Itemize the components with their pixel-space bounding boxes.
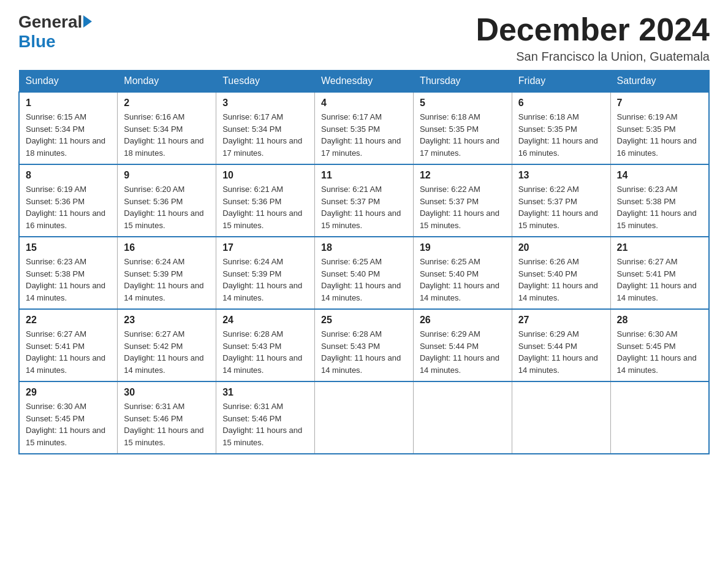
calendar-cell: 5 Sunrise: 6:18 AMSunset: 5:35 PMDayligh… (413, 92, 512, 164)
weekday-header-saturday: Saturday (610, 71, 709, 93)
calendar-table: SundayMondayTuesdayWednesdayThursdayFrid… (18, 70, 710, 454)
day-number: 28 (617, 315, 702, 326)
calendar-cell: 9 Sunrise: 6:20 AMSunset: 5:36 PMDayligh… (118, 164, 216, 237)
day-number: 25 (321, 315, 407, 326)
calendar-cell: 26 Sunrise: 6:29 AMSunset: 5:44 PMDaylig… (413, 309, 512, 381)
day-info: Sunrise: 6:21 AMSunset: 5:36 PMDaylight:… (222, 185, 302, 230)
calendar-cell: 2 Sunrise: 6:16 AMSunset: 5:34 PMDayligh… (118, 92, 216, 164)
day-info: Sunrise: 6:30 AMSunset: 5:45 PMDaylight:… (26, 402, 105, 447)
day-number: 8 (26, 170, 111, 181)
location-title: San Francisco la Union, Guatemala (476, 50, 710, 64)
calendar-cell: 31 Sunrise: 6:31 AMSunset: 5:46 PMDaylig… (216, 381, 315, 454)
calendar-cell: 1 Sunrise: 6:15 AMSunset: 5:34 PMDayligh… (19, 92, 118, 164)
day-info: Sunrise: 6:29 AMSunset: 5:44 PMDaylight:… (420, 329, 499, 375)
day-number: 20 (518, 242, 604, 253)
day-info: Sunrise: 6:25 AMSunset: 5:40 PMDaylight:… (321, 257, 401, 302)
calendar-cell: 15 Sunrise: 6:23 AMSunset: 5:38 PMDaylig… (19, 237, 118, 309)
day-info: Sunrise: 6:25 AMSunset: 5:40 PMDaylight:… (420, 257, 499, 302)
calendar-cell: 13 Sunrise: 6:22 AMSunset: 5:37 PMDaylig… (512, 164, 610, 237)
calendar-cell: 7 Sunrise: 6:19 AMSunset: 5:35 PMDayligh… (610, 92, 709, 164)
calendar-cell: 28 Sunrise: 6:30 AMSunset: 5:45 PMDaylig… (610, 309, 709, 381)
calendar-week-row: 29 Sunrise: 6:30 AMSunset: 5:45 PMDaylig… (19, 381, 709, 454)
day-info: Sunrise: 6:28 AMSunset: 5:43 PMDaylight:… (222, 329, 302, 375)
day-number: 12 (420, 170, 506, 181)
calendar-cell: 29 Sunrise: 6:30 AMSunset: 5:45 PMDaylig… (19, 381, 118, 454)
calendar-cell: 30 Sunrise: 6:31 AMSunset: 5:46 PMDaylig… (118, 381, 216, 454)
day-info: Sunrise: 6:23 AMSunset: 5:38 PMDaylight:… (617, 185, 697, 230)
calendar-cell (315, 381, 414, 454)
day-number: 4 (321, 98, 407, 109)
day-number: 13 (518, 170, 604, 181)
day-number: 1 (26, 98, 111, 109)
month-title: December 2024 (476, 12, 710, 47)
calendar-week-row: 8 Sunrise: 6:19 AMSunset: 5:36 PMDayligh… (19, 164, 709, 237)
day-number: 21 (617, 242, 702, 253)
calendar-cell: 20 Sunrise: 6:26 AMSunset: 5:40 PMDaylig… (512, 237, 610, 309)
day-info: Sunrise: 6:29 AMSunset: 5:44 PMDaylight:… (518, 329, 598, 375)
day-info: Sunrise: 6:18 AMSunset: 5:35 PMDaylight:… (518, 112, 598, 158)
day-info: Sunrise: 6:27 AMSunset: 5:42 PMDaylight:… (124, 329, 203, 375)
logo-general: General (18, 12, 82, 32)
day-info: Sunrise: 6:15 AMSunset: 5:34 PMDaylight:… (26, 112, 105, 158)
calendar-cell: 8 Sunrise: 6:19 AMSunset: 5:36 PMDayligh… (19, 164, 118, 237)
calendar-cell: 16 Sunrise: 6:24 AMSunset: 5:39 PMDaylig… (118, 237, 216, 309)
calendar-cell: 18 Sunrise: 6:25 AMSunset: 5:40 PMDaylig… (315, 237, 414, 309)
calendar-week-row: 22 Sunrise: 6:27 AMSunset: 5:41 PMDaylig… (19, 309, 709, 381)
day-info: Sunrise: 6:22 AMSunset: 5:37 PMDaylight:… (420, 185, 499, 230)
day-number: 29 (26, 387, 111, 398)
calendar-cell: 17 Sunrise: 6:24 AMSunset: 5:39 PMDaylig… (216, 237, 315, 309)
weekday-header-friday: Friday (512, 71, 610, 93)
calendar-cell: 10 Sunrise: 6:21 AMSunset: 5:36 PMDaylig… (216, 164, 315, 237)
calendar-cell: 6 Sunrise: 6:18 AMSunset: 5:35 PMDayligh… (512, 92, 610, 164)
calendar-week-row: 1 Sunrise: 6:15 AMSunset: 5:34 PMDayligh… (19, 92, 709, 164)
day-info: Sunrise: 6:30 AMSunset: 5:45 PMDaylight:… (617, 329, 697, 375)
weekday-header-wednesday: Wednesday (315, 71, 414, 93)
day-info: Sunrise: 6:31 AMSunset: 5:46 PMDaylight:… (222, 402, 302, 447)
calendar-cell: 11 Sunrise: 6:21 AMSunset: 5:37 PMDaylig… (315, 164, 414, 237)
calendar-cell: 4 Sunrise: 6:17 AMSunset: 5:35 PMDayligh… (315, 92, 414, 164)
day-number: 26 (420, 315, 506, 326)
day-number: 18 (321, 242, 407, 253)
day-number: 14 (617, 170, 702, 181)
day-number: 11 (321, 170, 407, 181)
day-info: Sunrise: 6:19 AMSunset: 5:35 PMDaylight:… (617, 112, 697, 158)
page-header: General Blue December 2024 San Francisco… (18, 12, 710, 64)
weekday-header-row: SundayMondayTuesdayWednesdayThursdayFrid… (19, 71, 709, 93)
day-info: Sunrise: 6:26 AMSunset: 5:40 PMDaylight:… (518, 257, 598, 302)
day-info: Sunrise: 6:28 AMSunset: 5:43 PMDaylight:… (321, 329, 401, 375)
day-info: Sunrise: 6:19 AMSunset: 5:36 PMDaylight:… (26, 185, 105, 230)
day-number: 24 (222, 315, 308, 326)
day-info: Sunrise: 6:22 AMSunset: 5:37 PMDaylight:… (518, 185, 598, 230)
calendar-cell: 12 Sunrise: 6:22 AMSunset: 5:37 PMDaylig… (413, 164, 512, 237)
day-number: 3 (222, 98, 308, 109)
day-info: Sunrise: 6:24 AMSunset: 5:39 PMDaylight:… (124, 257, 203, 302)
weekday-header-monday: Monday (118, 71, 216, 93)
day-number: 23 (124, 315, 210, 326)
title-section: December 2024 San Francisco la Union, Gu… (476, 12, 710, 64)
day-info: Sunrise: 6:16 AMSunset: 5:34 PMDaylight:… (124, 112, 203, 158)
day-number: 19 (420, 242, 506, 253)
day-number: 7 (617, 98, 702, 109)
day-number: 9 (124, 170, 210, 181)
calendar-cell: 23 Sunrise: 6:27 AMSunset: 5:42 PMDaylig… (118, 309, 216, 381)
day-info: Sunrise: 6:24 AMSunset: 5:39 PMDaylight:… (222, 257, 302, 302)
calendar-week-row: 15 Sunrise: 6:23 AMSunset: 5:38 PMDaylig… (19, 237, 709, 309)
day-number: 31 (222, 387, 308, 398)
day-number: 22 (26, 315, 111, 326)
day-info: Sunrise: 6:27 AMSunset: 5:41 PMDaylight:… (26, 329, 105, 375)
logo-arrow-icon (83, 15, 92, 28)
calendar-cell: 14 Sunrise: 6:23 AMSunset: 5:38 PMDaylig… (610, 164, 709, 237)
day-info: Sunrise: 6:31 AMSunset: 5:46 PMDaylight:… (124, 402, 203, 447)
day-number: 17 (222, 242, 308, 253)
day-number: 27 (518, 315, 604, 326)
day-number: 6 (518, 98, 604, 109)
day-info: Sunrise: 6:23 AMSunset: 5:38 PMDaylight:… (26, 257, 105, 302)
calendar-cell (512, 381, 610, 454)
calendar-cell (610, 381, 709, 454)
weekday-header-tuesday: Tuesday (216, 71, 315, 93)
calendar-cell: 3 Sunrise: 6:17 AMSunset: 5:34 PMDayligh… (216, 92, 315, 164)
calendar-cell: 27 Sunrise: 6:29 AMSunset: 5:44 PMDaylig… (512, 309, 610, 381)
weekday-header-thursday: Thursday (413, 71, 512, 93)
calendar-cell: 25 Sunrise: 6:28 AMSunset: 5:43 PMDaylig… (315, 309, 414, 381)
day-info: Sunrise: 6:17 AMSunset: 5:34 PMDaylight:… (222, 112, 302, 158)
